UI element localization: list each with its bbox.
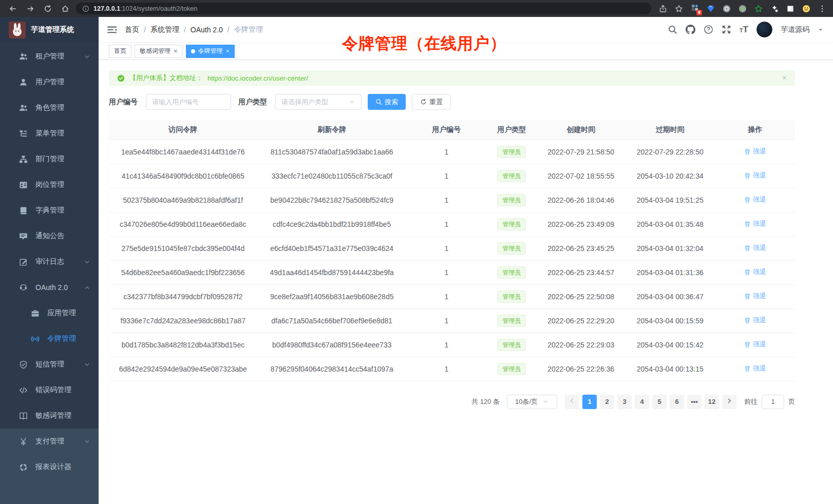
gray-extension-icon[interactable]: [722, 4, 731, 13]
refresh-token-cell: cdfc4ce9c2da4bb1bdf21b9918ff4be5: [257, 212, 407, 236]
tag-view-tab[interactable]: 首页: [109, 45, 131, 58]
force-logout-button[interactable]: 强退: [744, 195, 766, 204]
next-page-button[interactable]: [722, 395, 736, 409]
sidebar-menu-item[interactable]: 报表设计器: [0, 454, 99, 480]
share-icon[interactable]: [658, 4, 668, 13]
sidebar-menu-item[interactable]: 角色管理: [0, 95, 99, 121]
force-logout-button[interactable]: 强退: [744, 147, 766, 156]
breadcrumb-link[interactable]: 令牌管理: [234, 25, 263, 34]
bookmark-star-icon[interactable]: [674, 4, 684, 13]
users-icon: [19, 52, 28, 61]
sidebar-menu-item[interactable]: OAuth 2.0: [0, 275, 99, 300]
browser-menu-icon[interactable]: [818, 4, 827, 13]
sidebar-menu-item[interactable]: 字典管理: [0, 198, 99, 223]
chevron-up-icon: [84, 284, 90, 291]
extension-grid-icon[interactable]: 9: [690, 4, 699, 13]
tag-view-tab[interactable]: 令牌管理 ×: [186, 45, 235, 58]
page-number-button[interactable]: 5: [652, 395, 667, 409]
help-icon[interactable]: [704, 25, 713, 34]
expire-time-cell: 2054-03-04 00:15:42: [625, 333, 715, 357]
user-id-cell: 1: [407, 333, 486, 357]
user-type-select[interactable]: 请选择用户类型: [275, 94, 362, 110]
close-icon[interactable]: ×: [782, 74, 787, 82]
page-number-button[interactable]: 12: [705, 395, 719, 409]
dict-icon: [19, 206, 28, 215]
fullscreen-icon[interactable]: [722, 25, 731, 34]
reset-button-label: 重置: [429, 98, 443, 107]
address-bar[interactable]: 127.0.0.1:1024/system/oauth2/token: [76, 3, 651, 14]
user-type-badge: 管理员: [497, 242, 526, 255]
browser-forward-icon[interactable]: [24, 2, 37, 15]
force-logout-button[interactable]: 强退: [744, 171, 766, 180]
sidebar-menu-item[interactable]: 部门管理: [0, 146, 99, 172]
reset-button[interactable]: 重置: [412, 94, 451, 110]
search-button[interactable]: 搜索: [368, 94, 406, 110]
top-navbar: 首页 / 系统管理 / OAuth 2.0: [99, 17, 833, 43]
sidebar-menu-item[interactable]: 岗位管理: [0, 172, 99, 198]
page-number-button[interactable]: •••: [687, 395, 702, 409]
breadcrumb-link[interactable]: OAuth 2.0: [191, 26, 223, 34]
site-info-icon[interactable]: [82, 5, 89, 12]
prev-page-button[interactable]: [565, 395, 579, 409]
force-logout-button[interactable]: 强退: [744, 340, 766, 349]
breadcrumb-link[interactable]: 首页: [125, 25, 139, 34]
recorder-extension-icon[interactable]: [738, 4, 747, 13]
total-count: 共 120 条: [471, 397, 500, 406]
force-logout-button[interactable]: 强退: [744, 316, 766, 325]
page-number-button[interactable]: 1: [582, 395, 597, 409]
sidebar-menu-item[interactable]: 菜单管理: [0, 121, 99, 146]
force-logout-button[interactable]: 强退: [744, 364, 766, 373]
close-icon[interactable]: ×: [174, 48, 178, 54]
sidebar-menu-item[interactable]: 通知公告: [0, 223, 99, 249]
browser-toolbar-icons: 9: [655, 4, 827, 13]
browser-reload-icon[interactable]: [41, 2, 54, 15]
column-header: 刷新令牌: [257, 120, 407, 140]
page-number-button[interactable]: 6: [670, 395, 684, 409]
force-logout-button[interactable]: 强退: [744, 267, 766, 277]
sidebar-menu-item[interactable]: 应用管理: [0, 300, 99, 326]
page-number-button[interactable]: 4: [635, 395, 649, 409]
action-cell: 强退: [715, 284, 795, 308]
browser-home-icon[interactable]: [59, 2, 72, 15]
profile-emoji-icon[interactable]: [802, 4, 811, 13]
sidebar-extension-icon[interactable]: [786, 4, 795, 13]
sidebar-menu-item[interactable]: 支付管理: [0, 429, 99, 454]
sidebar-menu-item[interactable]: 租户管理: [0, 44, 99, 69]
avatar[interactable]: [756, 22, 772, 37]
sidebar-menu-item[interactable]: 用户管理: [0, 69, 99, 95]
username[interactable]: 芋道源码: [781, 25, 809, 34]
force-logout-button[interactable]: 强退: [744, 292, 766, 301]
force-logout-button[interactable]: 强退: [744, 219, 766, 228]
font-size-icon[interactable]: TT: [740, 25, 748, 35]
chevron-down-icon[interactable]: [818, 27, 824, 33]
page-number-button[interactable]: 2: [600, 395, 614, 409]
sidebar-item-label: 租户管理: [35, 52, 64, 61]
goto-page-input[interactable]: [762, 395, 784, 409]
sidebar-item-label: 报表设计器: [35, 462, 71, 472]
sidebar-menu-item[interactable]: 错误码管理: [0, 377, 99, 403]
force-logout-button[interactable]: 强退: [744, 243, 766, 253]
green-star-extension-icon[interactable]: [754, 4, 763, 13]
white-star-extension-icon[interactable]: [770, 4, 779, 13]
close-icon[interactable]: ×: [226, 48, 230, 54]
doc-link[interactable]: https://doc.iocoder.cn/user-center/: [207, 74, 308, 82]
page-number-button[interactable]: 3: [617, 395, 632, 409]
sidebar-menu-item[interactable]: 审计日志: [0, 249, 99, 275]
user-id-input[interactable]: [146, 94, 231, 110]
tag-view-tab[interactable]: 敏感词管理 ×: [135, 45, 183, 58]
yen-icon: [19, 437, 28, 446]
breadcrumb-item: / OAuth 2.0: [184, 26, 223, 34]
access-token-cell: c347026e805e4d99b0d116eae66eda8c: [109, 212, 257, 236]
sidebar-menu: 租户管理 用户管理 角色管理: [0, 43, 99, 480]
sidebar-menu-item[interactable]: 敏感词管理: [0, 403, 99, 429]
browser-back-icon[interactable]: [6, 2, 20, 15]
sidebar-menu-item[interactable]: 令牌管理: [0, 326, 99, 352]
menu-collapse-icon[interactable]: [107, 25, 117, 35]
search-icon[interactable]: [668, 25, 677, 34]
github-icon[interactable]: [686, 25, 695, 34]
page-size-select[interactable]: 10条/页: [507, 395, 557, 409]
user-type-placeholder: 请选择用户类型: [281, 98, 328, 107]
sidebar-menu-item[interactable]: 短信管理: [0, 352, 99, 377]
breadcrumb-link[interactable]: 系统管理: [150, 25, 179, 34]
gem-extension-icon[interactable]: [706, 4, 715, 13]
